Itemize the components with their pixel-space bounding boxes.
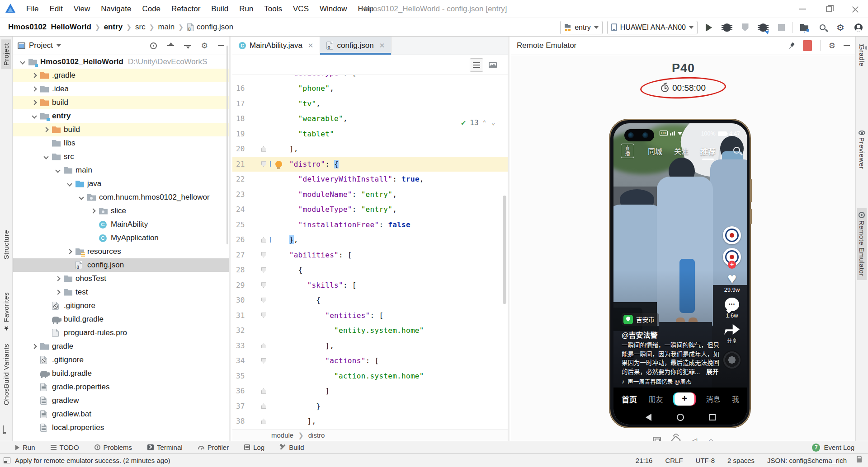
status-item[interactable]: 2 spaces — [727, 457, 755, 464]
tree-item-local.properties[interactable]: local.properties — [13, 421, 229, 434]
inspection-widget[interactable]: ✔ 13 ⌃ ⌄ — [461, 118, 496, 127]
code-line-28[interactable]: 28 { — [232, 262, 508, 278]
tree-toggle-icon[interactable] — [75, 196, 87, 199]
code-line-32[interactable]: 32 "entity.system.home" — [232, 323, 508, 338]
follow-button[interactable]: + — [728, 261, 736, 269]
fold-marker[interactable] — [256, 282, 271, 288]
code-editor[interactable]: "deviceType": [ 16 "phone",17 "tv",18 "w… — [232, 75, 508, 429]
close-icon[interactable]: ✕ — [379, 42, 385, 50]
nav-recents-icon[interactable] — [709, 414, 716, 420]
fold-marker[interactable] — [256, 298, 271, 303]
comment-icon[interactable] — [725, 298, 739, 311]
editor-vertical-scrollbar[interactable] — [503, 196, 506, 304]
tree-item-src[interactable]: src — [13, 150, 229, 163]
pin-icon[interactable] — [787, 41, 796, 50]
tool-tab-run[interactable]: Run — [15, 444, 35, 451]
expand-all-icon[interactable] — [167, 42, 174, 49]
tree-item-build.gradle[interactable]: build.gradle — [13, 313, 229, 326]
menu-tools[interactable]: Tools — [259, 0, 288, 18]
tool-tab-todo[interactable]: TODO — [51, 444, 79, 451]
tree-item-.gitignore[interactable]: .gitignore — [13, 353, 229, 367]
feed-tab-推荐[interactable]: 推荐 — [700, 145, 716, 157]
phone-nav-首页[interactable]: 首页 — [622, 393, 637, 405]
feed-tab-同城[interactable]: 同城 — [648, 145, 662, 156]
tree-item-com.hnucm.hmos0102_hellowor[interactable]: com.hnucm.hmos0102_hellowor — [13, 191, 229, 204]
code-line-27[interactable]: 27 "abilities": [ — [232, 248, 508, 263]
tool-stripe-ohosbuild-variants[interactable]: OhosBuild Variants — [1, 340, 11, 409]
menu-file[interactable]: File — [21, 0, 44, 18]
tree-item-libs[interactable]: libs — [13, 136, 229, 150]
fold-marker[interactable] — [256, 146, 271, 152]
breadcrumb-module[interactable]: module — [271, 431, 293, 439]
nav-back-icon[interactable] — [646, 414, 651, 421]
hot-swap-debug-button[interactable] — [756, 21, 770, 34]
search-icon[interactable] — [733, 147, 740, 154]
breadcrumb-item[interactable]: ❯{}config.json — [175, 23, 233, 32]
menu-help[interactable]: Help — [352, 0, 379, 18]
breadcrumb-item[interactable]: ❯src — [123, 23, 145, 32]
tree-toggle-icon[interactable] — [40, 155, 52, 159]
tree-item-java[interactable]: java — [13, 177, 229, 191]
code-line-17[interactable]: 17 "tv", — [232, 96, 508, 112]
code-line-24[interactable]: 24 "moduleType": "entry", — [232, 202, 508, 217]
event-log-button[interactable]: 7 Event Log — [812, 444, 854, 452]
hide-panel-icon[interactable] — [218, 45, 224, 46]
code-line-26[interactable]: 26 }, — [232, 232, 508, 248]
breadcrumb-item[interactable]: ❯entry — [91, 23, 123, 32]
tree-toggle-icon[interactable] — [28, 114, 40, 118]
code-line-36[interactable]: 36 ] — [232, 383, 508, 399]
tool-stripe-remote-emulator[interactable]: Remote Emulator — [857, 208, 867, 280]
profile-button[interactable] — [852, 21, 865, 34]
status-item[interactable]: UTF-8 — [696, 457, 715, 464]
project-tree-scrollbar[interactable] — [226, 46, 228, 244]
tree-toggle-icon[interactable] — [64, 250, 75, 253]
tool-stripe-previewer[interactable]: Previewer — [857, 127, 867, 173]
tool-tab-profiler[interactable]: Profiler — [198, 444, 229, 451]
lock-icon[interactable] — [857, 458, 862, 462]
fold-marker[interactable] — [256, 161, 271, 167]
run-button[interactable] — [702, 21, 716, 34]
run-config-selector[interactable]: entry — [560, 21, 603, 34]
tree-item-gradle.properties[interactable]: gradle.properties — [13, 380, 229, 394]
create-video-button[interactable]: + — [675, 392, 694, 406]
feed-tab-直播[interactable]: 直播 — [621, 144, 634, 158]
share-icon[interactable] — [724, 324, 740, 336]
code-line-22[interactable]: 22 "deliveryWithInstall": true, — [232, 172, 508, 187]
hide-panel-icon[interactable] — [844, 45, 850, 46]
tool-stripe-project[interactable]: Project — [1, 39, 11, 69]
text-view-toggle-button[interactable] — [470, 58, 483, 72]
menu-navigate[interactable]: Navigate — [95, 0, 137, 18]
gear-icon[interactable]: ⚙ — [201, 42, 208, 50]
fold-marker[interactable] — [256, 267, 271, 273]
close-button[interactable] — [842, 0, 868, 18]
code-line-21[interactable]: 21 "distro": { — [232, 157, 508, 172]
tree-item-ohosTest[interactable]: ohosTest — [13, 272, 229, 285]
tool-stripe-gradle[interactable]: Gradle — [857, 41, 867, 70]
status-item[interactable]: CRLF — [665, 457, 683, 464]
tree-item-build.gradle[interactable]: build.gradle — [13, 367, 229, 380]
code-line-34[interactable]: 34 "actions": [ — [232, 353, 508, 369]
music-row[interactable]: ♪ 声一周青春回忆录 @周杰 — [622, 377, 691, 386]
tool-stripe-structure[interactable]: Structure — [1, 226, 11, 263]
tool-tab-terminal[interactable]: Terminal — [147, 444, 183, 451]
debug-button[interactable] — [720, 21, 734, 34]
tree-item-slice[interactable]: slice — [13, 204, 229, 218]
phone-nav-消息[interactable]: 消息 — [706, 393, 720, 404]
tree-item-main[interactable]: main — [13, 163, 229, 177]
like-icon[interactable]: ♥ — [720, 271, 744, 285]
menu-run[interactable]: Run — [234, 0, 259, 18]
code-line-29[interactable]: 29 "skills": [ — [232, 278, 508, 293]
tree-item-gradle[interactable]: gradle — [13, 340, 229, 353]
tree-toggle-icon[interactable] — [28, 74, 40, 77]
tree-item-gradlew[interactable]: gradlew — [13, 394, 229, 407]
tree-item-build[interactable]: build — [13, 123, 229, 136]
breadcrumb-distro[interactable]: distro — [308, 431, 325, 439]
collapse-all-icon[interactable] — [184, 42, 191, 49]
tool-window-icon[interactable] — [4, 458, 10, 463]
tree-toggle-icon[interactable] — [52, 277, 64, 280]
gear-icon[interactable]: ⚙ — [829, 42, 835, 50]
menu-vcs[interactable]: VCS — [288, 0, 314, 18]
fold-marker[interactable] — [256, 237, 271, 243]
code-line-30[interactable]: 30 { — [232, 293, 508, 308]
fold-marker[interactable] — [256, 343, 271, 348]
